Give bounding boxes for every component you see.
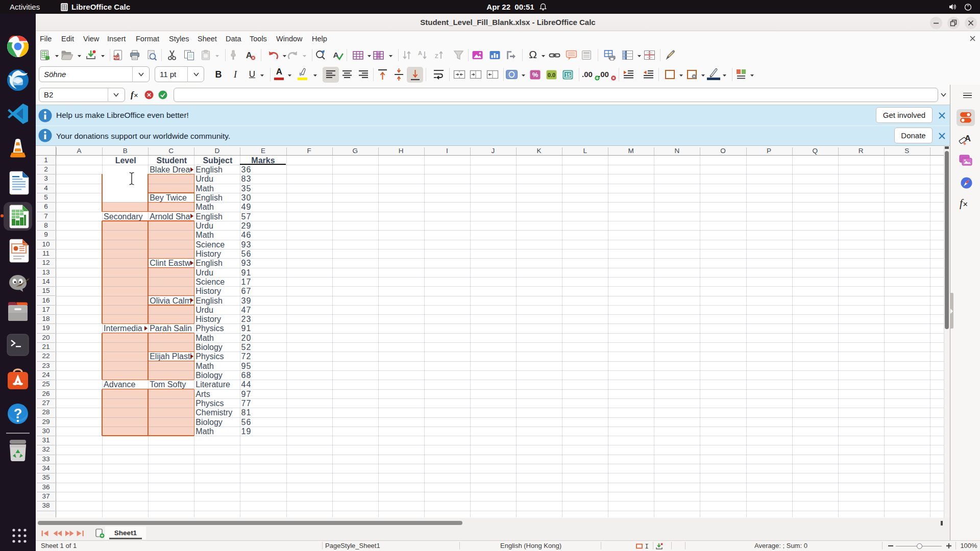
svg-text:I: I xyxy=(645,543,648,549)
svg-text:0.0: 0.0 xyxy=(548,72,555,78)
svg-text:A: A xyxy=(246,51,252,60)
svg-text:%: % xyxy=(532,71,538,79)
svg-text:?: ? xyxy=(14,406,22,421)
svg-text:Z: Z xyxy=(435,53,438,59)
svg-text:15: 15 xyxy=(565,72,571,78)
svg-text:PDF: PDF xyxy=(113,56,120,60)
svg-text:A: A xyxy=(418,50,422,56)
